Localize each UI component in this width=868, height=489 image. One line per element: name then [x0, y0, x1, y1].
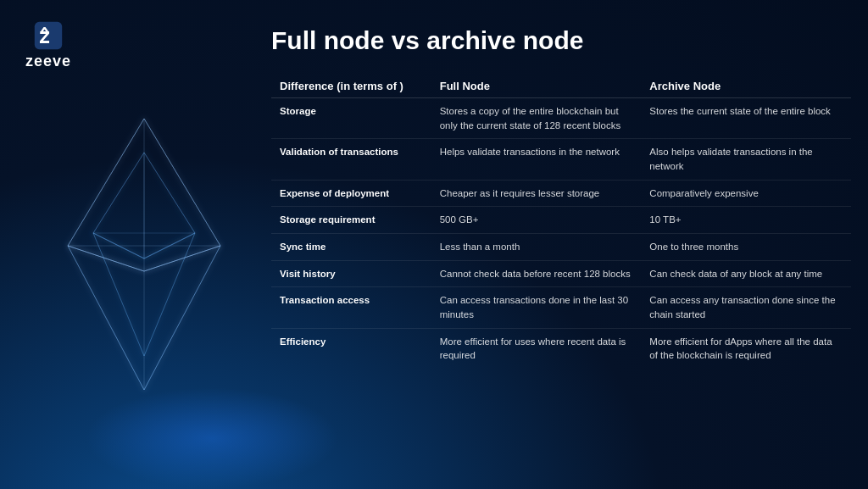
table-row: Sync timeLess than a monthOne to three m…	[271, 234, 851, 261]
row-0-fullnode: Stores a copy of the entire blockchain b…	[431, 98, 642, 139]
row-6-fullnode: Can access transactions done in the last…	[431, 287, 642, 328]
svg-line-7	[144, 119, 220, 246]
row-2-archivenode: Comparatively expensive	[641, 180, 851, 207]
row-1-archivenode: Also helps validate transactions in the …	[641, 139, 851, 180]
row-4-archivenode: One to three months	[641, 234, 851, 261]
row-2-difference: Expense of deployment	[271, 180, 431, 207]
col-header-archivenode: Archive Node	[641, 75, 851, 98]
row-5-fullnode: Cannot check data before recent 128 bloc…	[431, 260, 642, 287]
row-5-difference: Visit history	[271, 260, 431, 287]
row-3-fullnode: 500 GB+	[431, 207, 642, 234]
logo: ẑ zeeve	[25, 20, 71, 70]
svg-line-8	[68, 119, 144, 246]
row-6-archivenode: Can access any transaction done since th…	[641, 287, 851, 328]
row-2-fullnode: Cheaper as it requires lesser storage	[431, 180, 642, 207]
table-row: EfficiencyMore efficient for uses where …	[271, 328, 851, 369]
table-row: StorageStores a copy of the entire block…	[271, 98, 851, 139]
row-6-difference: Transaction access	[271, 287, 431, 328]
svg-text:ẑ: ẑ	[39, 25, 50, 47]
row-7-fullnode: More efficient for uses where recent dat…	[431, 328, 642, 369]
row-1-difference: Validation of transactions	[271, 139, 431, 180]
row-7-archivenode: More efficient for dApps where all the d…	[641, 328, 851, 369]
table-row: Visit historyCannot check data before re…	[271, 260, 851, 287]
logo-icon: ẑ	[33, 20, 64, 51]
row-7-difference: Efficiency	[271, 328, 431, 369]
table-row: Transaction accessCan access transaction…	[271, 287, 851, 328]
logo-text: zeeve	[25, 53, 71, 70]
table-row: Expense of deploymentCheaper as it requi…	[271, 180, 851, 207]
table-header-row: Difference (in terms of ) Full Node Arch…	[271, 75, 851, 98]
row-1-fullnode: Helps validate transactions in the netwo…	[431, 139, 642, 180]
page-title: Full node vs archive node	[271, 25, 851, 56]
col-header-fullnode: Full Node	[431, 75, 642, 98]
row-0-archivenode: Stores the current state of the entire b…	[641, 98, 851, 139]
col-header-difference: Difference (in terms of )	[271, 75, 431, 98]
eth-diamond-graphic	[34, 102, 254, 407]
svg-line-18	[93, 233, 144, 356]
table-row: Validation of transactionsHelps validate…	[271, 139, 851, 180]
main-content: Full node vs archive node Difference (in…	[271, 25, 851, 472]
row-3-difference: Storage requirement	[271, 207, 431, 234]
svg-line-17	[144, 233, 195, 356]
row-4-fullnode: Less than a month	[431, 234, 642, 261]
comparison-table: Difference (in terms of ) Full Node Arch…	[271, 75, 851, 369]
svg-line-13	[144, 153, 195, 233]
row-0-difference: Storage	[271, 98, 431, 139]
row-3-archivenode: 10 TB+	[641, 207, 851, 234]
row-4-difference: Sync time	[271, 234, 431, 261]
svg-line-14	[93, 153, 144, 233]
table-row: Storage requirement500 GB+10 TB+	[271, 207, 851, 234]
table-body: StorageStores a copy of the entire block…	[271, 98, 851, 370]
row-5-archivenode: Can check data of any block at any time	[641, 260, 851, 287]
